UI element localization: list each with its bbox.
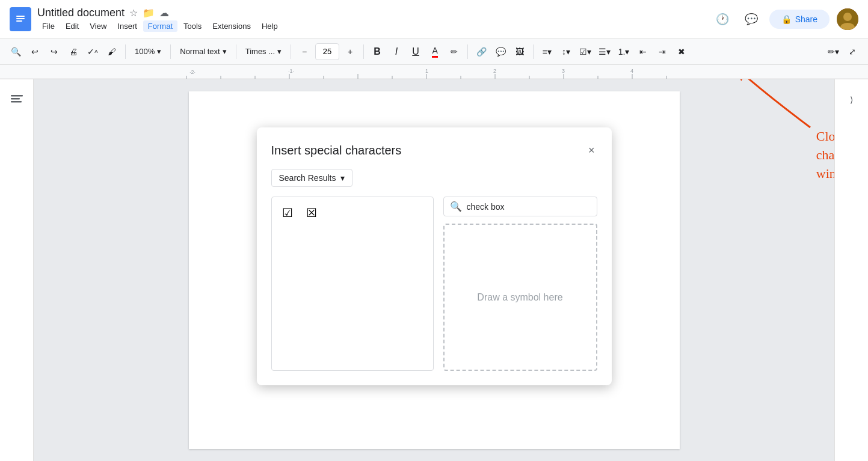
- outdent-btn[interactable]: ⇤: [635, 43, 651, 61]
- search-results-dropdown[interactable]: Search Results ▾: [271, 169, 353, 187]
- char-item-ballot-box-x[interactable]: ☒: [301, 202, 322, 224]
- dialog-search-panel: 🔍 Draw a symbol here: [443, 197, 597, 371]
- title-bar-left: Untitled document ☆ 📁 ☁ File Edit View I…: [10, 7, 283, 32]
- toolbar: 🔍 ↩ ↪ 🖨 ✓A 🖌 100% ▾ Normal text ▾ Times …: [0, 38, 868, 65]
- history-button[interactable]: 🕐: [712, 8, 733, 30]
- menu-format[interactable]: Format: [143, 20, 177, 32]
- star-icon[interactable]: ☆: [129, 7, 138, 19]
- search-toolbar-btn[interactable]: 🔍: [7, 43, 24, 61]
- font-size-value: 25: [323, 47, 331, 56]
- font-label: Times ...: [245, 47, 275, 56]
- image-btn[interactable]: 🖼: [511, 43, 528, 61]
- chat-button[interactable]: 💬: [740, 8, 762, 30]
- google-docs-icon: [10, 7, 31, 31]
- font-size-decrease-btn[interactable]: −: [296, 43, 313, 61]
- clear-format-btn[interactable]: ✖: [673, 43, 690, 61]
- underline-btn[interactable]: U: [407, 43, 424, 61]
- redo-btn[interactable]: ↪: [46, 43, 63, 61]
- share-button[interactable]: 🔒 Share: [769, 10, 830, 29]
- doc-title-row: Untitled document ☆ 📁 ☁: [37, 7, 283, 19]
- svg-point-5: [843, 13, 852, 21]
- menu-extensions[interactable]: Extensions: [208, 20, 256, 32]
- svg-text:2: 2: [493, 68, 496, 74]
- toolbar-divider-4: [291, 44, 291, 59]
- style-label: Normal text: [180, 47, 220, 56]
- outline-btn[interactable]: [6, 89, 28, 111]
- spellcheck-btn[interactable]: ✓A: [84, 43, 101, 61]
- menu-file[interactable]: File: [37, 20, 60, 32]
- svg-rect-2: [16, 18, 25, 19]
- align-btn[interactable]: ≡▾: [538, 43, 555, 61]
- svg-rect-1: [16, 16, 25, 17]
- folder-icon[interactable]: 📁: [143, 7, 155, 19]
- search-input-container[interactable]: 🔍: [443, 197, 597, 216]
- font-size-input[interactable]: 25: [315, 43, 339, 60]
- right-sidebar-expand[interactable]: ⟩: [841, 89, 863, 111]
- svg-rect-7: [0, 65, 868, 79]
- font-color-btn[interactable]: A: [426, 43, 443, 61]
- menu-tools[interactable]: Tools: [179, 20, 206, 32]
- title-info: Untitled document ☆ 📁 ☁ File Edit View I…: [37, 7, 283, 32]
- right-sidebar: ⟩: [834, 79, 868, 461]
- dropdown-arrow-icon: ▾: [340, 173, 345, 183]
- zoom-dropdown-icon: ▾: [157, 47, 161, 56]
- annotation-arrow: [714, 79, 834, 133]
- svg-rect-32: [11, 101, 22, 103]
- expand-btn[interactable]: ⤢: [844, 43, 861, 61]
- title-bar-right: 🕐 💬 🔒 Share: [712, 8, 858, 30]
- highlight-btn[interactable]: ✏: [446, 43, 463, 61]
- doc-area: Insert special characters × Search Resul…: [34, 79, 834, 461]
- font-color-icon: A: [432, 46, 437, 58]
- dialog-title: Insert special characters: [271, 144, 402, 157]
- left-sidebar: [0, 79, 34, 461]
- svg-text:·2·: ·2·: [189, 69, 195, 75]
- toolbar-divider-7: [533, 44, 534, 59]
- indent-btn[interactable]: ⇥: [654, 43, 671, 61]
- print-btn[interactable]: 🖨: [65, 43, 82, 61]
- undo-btn[interactable]: ↩: [26, 43, 43, 61]
- search-icon: 🔍: [450, 201, 462, 212]
- font-size-increase-btn[interactable]: +: [342, 43, 359, 61]
- dialog-chars-panel: ☑ ☒: [271, 197, 434, 371]
- lineheight-btn[interactable]: ↕▾: [558, 43, 574, 61]
- doc-title[interactable]: Untitled document: [37, 7, 125, 19]
- svg-text:3: 3: [562, 68, 565, 74]
- annotation-text: Close the Specialcharacter pop-upwindow: [816, 127, 834, 183]
- toolbar-divider-1: [125, 44, 126, 59]
- search-input[interactable]: [467, 202, 591, 212]
- dialog-header: Insert special characters ×: [271, 142, 597, 159]
- dialog-close-button[interactable]: ×: [586, 142, 597, 159]
- checklist-btn[interactable]: ☑▾: [577, 43, 594, 61]
- toolbar-divider-6: [467, 44, 468, 59]
- title-bar: Untitled document ☆ 📁 ☁ File Edit View I…: [0, 0, 868, 38]
- svg-text:4: 4: [630, 68, 633, 74]
- draw-area[interactable]: Draw a symbol here: [443, 224, 597, 371]
- menu-view[interactable]: View: [85, 20, 111, 32]
- italic-btn[interactable]: I: [388, 43, 405, 61]
- list-btn[interactable]: ☰▾: [596, 43, 613, 61]
- bold-btn[interactable]: B: [369, 43, 386, 61]
- paintformat-btn[interactable]: 🖌: [103, 43, 120, 61]
- comment-btn[interactable]: 💬: [492, 43, 509, 61]
- svg-rect-30: [11, 95, 23, 97]
- avatar[interactable]: [837, 8, 858, 30]
- svg-rect-3: [16, 20, 22, 22]
- doc-page[interactable]: Insert special characters × Search Resul…: [189, 91, 680, 449]
- zoom-select[interactable]: 100% ▾: [131, 43, 165, 60]
- svg-text:·1·: ·1·: [288, 68, 294, 74]
- insert-special-chars-dialog[interactable]: Insert special characters × Search Resul…: [257, 127, 612, 385]
- char-item-ballot-box-check[interactable]: ☑: [277, 202, 298, 224]
- pencil-btn[interactable]: ✏▾: [825, 43, 842, 61]
- numberedlist-btn[interactable]: 1.▾: [615, 43, 632, 61]
- menu-bar: File Edit View Insert Format Tools Exten…: [37, 20, 283, 32]
- style-select[interactable]: Normal text ▾: [176, 43, 230, 60]
- menu-help[interactable]: Help: [257, 20, 283, 32]
- cloud-icon[interactable]: ☁: [159, 7, 169, 19]
- menu-insert[interactable]: Insert: [112, 20, 142, 32]
- toolbar-divider-5: [363, 44, 364, 59]
- link-btn[interactable]: 🔗: [473, 43, 490, 61]
- annotation: Close the Specialcharacter pop-upwindow: [816, 127, 834, 183]
- ruler: ·2· ·1· 1 2 3 4: [0, 65, 868, 79]
- font-select[interactable]: Times ... ▾: [241, 43, 286, 60]
- menu-edit[interactable]: Edit: [61, 20, 84, 32]
